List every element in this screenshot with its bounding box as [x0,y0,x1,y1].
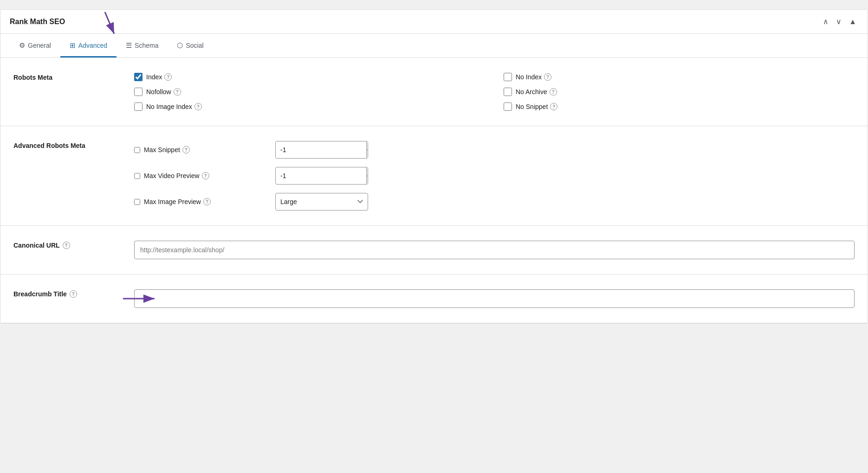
checkbox-no-image-index[interactable] [134,102,143,111]
rank-math-panel: Rank Math SEO ∧ ∨ ▲ ⚙ General ⊞ Advance [0,9,868,324]
max-video-preview-left: Max Video Preview ? [134,172,264,179]
checkbox-no-archive-label: No Archive ? [516,88,557,96]
max-image-preview-left: Max Image Preview ? [134,198,264,205]
checkbox-no-archive-row: No Archive ? [504,88,855,96]
checkboxes-left: Index ? Nofollow ? [134,73,485,111]
nofollow-help-icon[interactable]: ? [174,88,181,96]
checkbox-max-image-preview[interactable] [134,199,140,205]
checkbox-no-image-index-label: No Image Index ? [146,103,202,110]
breadcrumb-title-label: Breadcrumb Title ? [13,289,116,298]
no-archive-help-icon[interactable]: ? [550,88,557,96]
tabs-container: ⚙ General ⊞ Advanced ☰ Schema ⬡ Social [0,34,868,58]
checkbox-nofollow[interactable] [134,88,143,96]
advanced-robots-meta-label: Advanced Robots Meta [13,141,116,149]
toolbox-icon: ⊞ [70,41,76,50]
advanced-robots-meta-section: Advanced Robots Meta Max Snippet ? [0,126,868,226]
max-video-preview-help-icon[interactable]: ? [202,172,209,179]
collapse-up-button[interactable]: ∧ [821,16,830,27]
robots-meta-content: Index ? Nofollow ? [134,73,855,111]
max-snippet-help-icon[interactable]: ? [182,146,190,153]
max-video-preview-controls: ▲ ▼ [366,167,368,184]
breadcrumb-title-section: Breadcrumb Title ? [0,275,868,323]
advanced-robots-content: Max Snippet ? ▲ ▼ [134,141,855,211]
index-help-icon[interactable]: ? [164,73,172,81]
canonical-url-label: Canonical URL ? [13,241,116,249]
gear-icon: ⚙ [19,41,25,50]
panel-controls: ∧ ∨ ▲ [821,16,858,27]
tab-advanced[interactable]: ⊞ Advanced [60,34,117,58]
collapse-down-button[interactable]: ∨ [834,16,843,27]
canonical-url-section: Canonical URL ? [0,226,868,275]
advanced-robots-grid: Max Snippet ? ▲ ▼ [134,141,855,211]
max-image-preview-row: Max Image Preview ? Large None Standard [134,193,855,211]
canonical-url-help-icon[interactable]: ? [63,242,70,249]
max-snippet-down-button[interactable]: ▼ [367,150,368,159]
checkbox-max-snippet[interactable] [134,147,140,153]
max-video-preview-row: Max Video Preview ? ▲ ▼ [134,167,855,185]
checkbox-max-video-preview[interactable] [134,173,140,179]
max-image-preview-select[interactable]: Large None Standard [275,193,368,211]
checkbox-no-index-row: No Index ? [504,73,855,81]
schema-icon: ☰ [126,41,132,50]
tab-social-label: Social [186,42,203,49]
max-video-preview-up-button[interactable]: ▲ [367,167,368,176]
checkbox-nofollow-label: Nofollow ? [146,88,181,96]
robots-checkboxes-grid: Index ? Nofollow ? [134,73,855,111]
checkbox-no-snippet-label: No Snippet ? [516,103,557,110]
canonical-url-content [134,241,855,259]
canonical-url-input[interactable] [134,241,855,259]
max-image-preview-help-icon[interactable]: ? [203,198,211,205]
panel-body: Robots Meta Index ? [0,58,868,323]
max-snippet-input[interactable] [276,143,366,156]
max-snippet-left: Max Snippet ? [134,146,264,153]
checkbox-index[interactable] [134,73,143,81]
tab-general-label: General [28,42,51,49]
breadcrumb-title-help-icon[interactable]: ? [70,290,77,298]
collapse-toggle-button[interactable]: ▲ [847,16,858,27]
checkboxes-right: No Index ? No Archive ? [504,73,855,111]
checkbox-index-row: Index ? [134,73,485,81]
max-video-preview-down-button[interactable]: ▼ [367,176,368,185]
social-icon: ⬡ [177,41,183,50]
no-image-index-help-icon[interactable]: ? [194,103,202,110]
breadcrumb-title-content [134,289,855,308]
tab-schema[interactable]: ☰ Schema [117,34,168,58]
no-snippet-help-icon[interactable]: ? [550,103,557,110]
max-snippet-controls: ▲ ▼ [366,141,368,158]
no-index-help-icon[interactable]: ? [544,73,551,81]
max-snippet-row: Max Snippet ? ▲ ▼ [134,141,855,159]
max-video-preview-input-wrapper: ▲ ▼ [275,167,368,185]
checkbox-no-snippet[interactable] [504,102,512,111]
panel-title: Rank Math SEO [10,18,65,26]
breadcrumb-title-input[interactable] [134,289,855,308]
tab-social[interactable]: ⬡ Social [168,34,213,58]
checkbox-no-image-index-row: No Image Index ? [134,102,485,111]
tab-general[interactable]: ⚙ General [10,34,60,58]
checkbox-no-archive[interactable] [504,88,512,96]
max-video-preview-input[interactable] [276,169,366,182]
tab-schema-label: Schema [135,42,158,49]
robots-meta-label: Robots Meta [13,73,116,81]
max-video-preview-label: Max Video Preview ? [144,172,209,179]
checkbox-no-index[interactable] [504,73,512,81]
max-snippet-input-wrapper: ▲ ▼ [275,141,368,159]
tabs-bar: ⚙ General ⊞ Advanced ☰ Schema ⬡ Social [0,34,868,58]
tab-advanced-label: Advanced [78,42,107,49]
checkbox-no-index-label: No Index ? [516,73,551,81]
max-snippet-up-button[interactable]: ▲ [367,141,368,150]
checkbox-no-snippet-row: No Snippet ? [504,102,855,111]
max-image-preview-label: Max Image Preview ? [144,198,211,205]
panel-header: Rank Math SEO ∧ ∨ ▲ [0,10,868,34]
robots-meta-section: Robots Meta Index ? [0,58,868,126]
checkbox-nofollow-row: Nofollow ? [134,88,485,96]
checkbox-index-label: Index ? [146,73,172,81]
max-snippet-label: Max Snippet ? [144,146,190,153]
